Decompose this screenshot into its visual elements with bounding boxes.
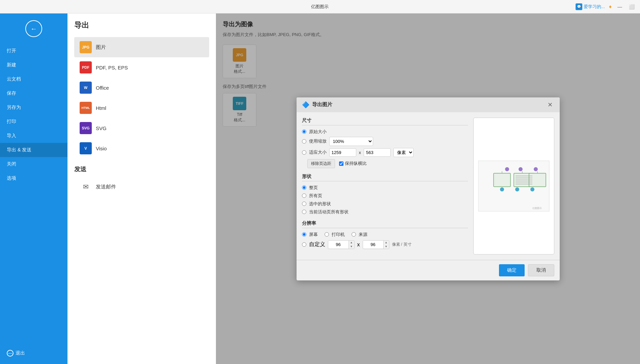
res-custom-radio[interactable]	[302, 242, 306, 247]
sidebar-item-export[interactable]: 导出 & 发送	[0, 143, 67, 157]
res-screen-radio[interactable]	[302, 232, 306, 237]
resolution-title: 分辨率	[302, 220, 468, 228]
res-source-radio[interactable]	[352, 232, 356, 237]
minimize-button[interactable]: —	[616, 3, 624, 11]
dpi-y-up-button[interactable]: ▲	[384, 241, 389, 245]
keep-ratio-row: 保持纵横比	[339, 160, 367, 166]
exit-button[interactable]: — 退出	[0, 346, 67, 361]
shape-allpages-radio[interactable]	[302, 193, 306, 198]
diagram-preview: 亿图图示	[473, 118, 554, 254]
sidebar-item-cloud[interactable]: 云文档	[0, 72, 67, 86]
dialog-overlay: 🔷 导出图片 ✕ 尺寸 原始大小	[216, 13, 640, 364]
cancel-button[interactable]: 取消	[528, 264, 554, 276]
preview-svg: 亿图图示	[477, 159, 551, 213]
exit-icon: —	[7, 350, 13, 357]
shape-active-radio[interactable]	[302, 210, 306, 214]
dpi-x-input[interactable]	[328, 241, 349, 248]
shape-title: 形状	[302, 174, 468, 181]
export-html-label: Html	[96, 105, 106, 111]
dialog-left: 尺寸 原始大小 使用缩放 100%	[302, 118, 468, 254]
sidebar-item-print[interactable]: 打印	[0, 115, 67, 129]
size-fit-radio[interactable]	[302, 150, 306, 155]
sidebar-item-close[interactable]: 关闭	[0, 157, 67, 171]
options-label: 选项	[7, 175, 16, 181]
export-dialog: 🔷 导出图片 ✕ 尺寸 原始大小	[297, 97, 560, 280]
dialog-body: 尺寸 原始大小 使用缩放 100%	[297, 112, 560, 260]
node-circle-2	[519, 167, 523, 171]
remove-margin-button[interactable]: 移除页边距	[307, 159, 335, 168]
user-name: 爱学习的...	[584, 4, 605, 10]
shape-selected-label: 选中的形状	[309, 201, 331, 207]
export-item-visio[interactable]: V Visio	[74, 138, 209, 158]
dpi-x-up-button[interactable]: ▲	[349, 241, 354, 245]
export-item-pdf[interactable]: PDF PDF, PS, EPS	[74, 57, 209, 78]
export-panel: 导出 JPG 图片 PDF PDF, PS, EPS W Office HTML…	[67, 13, 216, 364]
sidebar-item-import[interactable]: 导入	[0, 129, 67, 143]
size-original-radio[interactable]	[302, 129, 306, 134]
res-source-row: 来源	[352, 232, 367, 238]
content-area: 导出为图像 保存为图片文件，比如BMP, JPEG, PNG, GIF格式。 J…	[216, 13, 640, 364]
shape-selected-radio[interactable]	[302, 202, 306, 206]
width-input[interactable]	[329, 148, 356, 157]
user-profile[interactable]: 💬 爱学习的...	[576, 3, 605, 10]
export-pdf-label: PDF, PS, EPS	[96, 65, 128, 70]
dialog-title: 导出图片	[312, 101, 544, 108]
size-original-row: 原始大小	[302, 129, 468, 135]
sidebar-item-open[interactable]: 打开	[0, 44, 67, 58]
export-office-label: Office	[96, 85, 109, 91]
size-title: 尺寸	[302, 118, 468, 125]
node-circle-4	[500, 187, 504, 191]
export-item-html[interactable]: HTML Html	[74, 98, 209, 118]
size-section: 尺寸 原始大小 使用缩放 100%	[302, 118, 468, 168]
maximize-button[interactable]: ⬜	[628, 3, 636, 11]
size-radio-group: 原始大小 使用缩放 100% 150% 200%	[302, 129, 468, 168]
send-email-label: 发送邮件	[96, 184, 116, 190]
vip-icon: ♦	[609, 4, 612, 10]
export-item-email[interactable]: ✉ 发送邮件	[74, 177, 209, 197]
unit-select[interactable]: 像素 厘米	[393, 148, 414, 157]
dpi-y-input[interactable]	[363, 241, 383, 248]
res-source-label: 来源	[359, 232, 367, 238]
export-label: 导出 & 发送	[7, 147, 31, 153]
shape-fullpage-radio[interactable]	[302, 185, 306, 190]
export-item-image[interactable]: JPG 图片	[74, 37, 209, 57]
size-scale-radio[interactable]	[302, 139, 306, 144]
exit-label: 退出	[16, 350, 25, 356]
save-label: 保存	[7, 90, 16, 96]
ok-button[interactable]: 确定	[499, 264, 525, 276]
sidebar-bottom: — 退出	[0, 346, 67, 361]
sidebar-item-new[interactable]: 新建	[0, 58, 67, 72]
res-screen-row: 屏幕	[302, 232, 318, 238]
sidebar-item-options[interactable]: 选项	[0, 171, 67, 185]
keep-ratio-checkbox[interactable]	[339, 161, 343, 166]
size-scale-row: 使用缩放 100% 150% 200%	[302, 137, 468, 146]
height-input[interactable]	[364, 148, 391, 157]
box-1	[494, 173, 510, 187]
export-svg-label: SVG	[96, 125, 107, 131]
node-circle-5	[515, 187, 519, 191]
export-item-office[interactable]: W Office	[74, 78, 209, 98]
dpi-y-input-group: ▲ ▼	[363, 240, 389, 249]
shape-selected-row: 选中的形状	[302, 201, 468, 207]
dpi-y-spinners: ▲ ▼	[383, 241, 389, 249]
print-label: 打印	[7, 119, 16, 125]
visio-icon: V	[80, 142, 92, 154]
export-item-svg[interactable]: SVG SVG	[74, 118, 209, 138]
dialog-footer: 确定 取消	[297, 260, 560, 280]
export-panel-title: 导出	[74, 20, 209, 30]
node-circle-1	[505, 167, 509, 171]
res-printer-radio[interactable]	[325, 232, 329, 237]
sidebar-item-save[interactable]: 保存	[0, 86, 67, 100]
back-button[interactable]: ←	[25, 20, 42, 37]
shape-active-label: 当前活动页所有形状	[309, 209, 349, 215]
dpi-x-down-button[interactable]: ▼	[349, 245, 354, 249]
scale-select[interactable]: 100% 150% 200%	[329, 137, 373, 146]
word-icon: W	[80, 82, 92, 94]
res-custom-label: 自定义	[309, 241, 325, 248]
dialog-close-button[interactable]: ✕	[546, 101, 554, 109]
size-scale-label: 使用缩放	[309, 138, 327, 144]
sidebar-item-saveas[interactable]: 另存为	[0, 100, 67, 115]
sidebar: ← 打开 新建 云文档 保存 另存为 打印 导入 导出 & 发送 关闭 选项	[0, 13, 67, 364]
res-printer-row: 打印机	[325, 232, 345, 238]
dpi-y-down-button[interactable]: ▼	[384, 245, 389, 249]
